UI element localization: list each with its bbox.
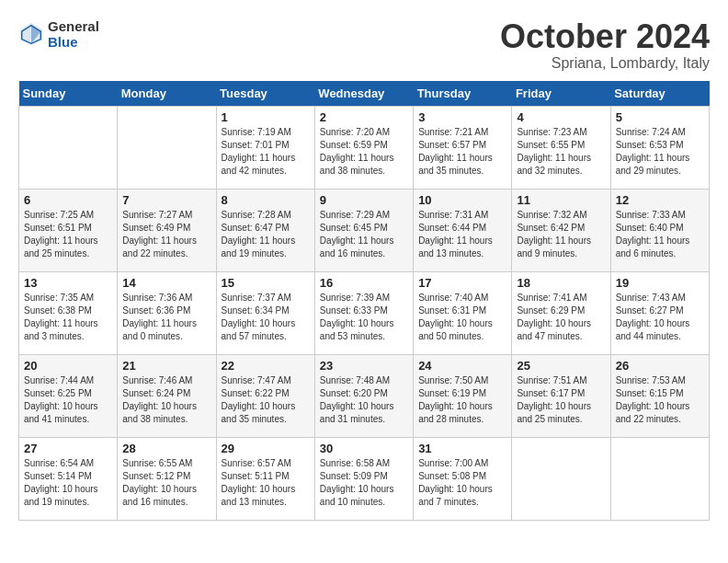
day-detail: Sunrise: 7:43 AM Sunset: 6:27 PM Dayligh… xyxy=(616,292,704,343)
day-detail: Sunrise: 7:47 AM Sunset: 6:22 PM Dayligh… xyxy=(222,374,310,426)
logo: General Blue xyxy=(18,18,99,50)
day-number: 31 xyxy=(418,442,506,455)
calendar-cell: 15Sunrise: 7:37 AM Sunset: 6:34 PM Dayli… xyxy=(216,271,314,354)
day-number: 20 xyxy=(24,359,112,373)
calendar-cell: 9Sunrise: 7:29 AM Sunset: 6:45 PM Daylig… xyxy=(314,189,413,271)
calendar-body: 1Sunrise: 7:19 AM Sunset: 7:01 PM Daylig… xyxy=(19,106,710,520)
day-detail: Sunrise: 7:46 AM Sunset: 6:24 PM Dayligh… xyxy=(122,374,210,426)
calendar-cell: 13Sunrise: 7:35 AM Sunset: 6:38 PM Dayli… xyxy=(19,271,118,354)
location-title: Spriana, Lombardy, Italy xyxy=(500,55,710,72)
day-number: 27 xyxy=(24,442,112,455)
day-detail: Sunrise: 7:19 AM Sunset: 7:01 PM Dayligh… xyxy=(222,126,310,178)
weekday-row: SundayMondayTuesdayWednesdayThursdayFrid… xyxy=(19,81,710,107)
day-number: 7 xyxy=(122,193,210,207)
calendar-cell: 23Sunrise: 7:48 AM Sunset: 6:20 PM Dayli… xyxy=(314,354,413,437)
day-number: 12 xyxy=(616,193,704,207)
weekday-header: Saturday xyxy=(610,81,709,107)
day-number: 2 xyxy=(320,110,408,124)
logo-text: General Blue xyxy=(48,18,99,50)
day-number: 28 xyxy=(122,442,210,455)
calendar-cell xyxy=(19,106,118,189)
title-block: October 2024 Spriana, Lombardy, Italy xyxy=(500,18,710,72)
day-detail: Sunrise: 6:58 AM Sunset: 5:09 PM Dayligh… xyxy=(320,457,408,509)
calendar-week-row: 1Sunrise: 7:19 AM Sunset: 7:01 PM Daylig… xyxy=(19,106,710,189)
day-detail: Sunrise: 7:41 AM Sunset: 6:29 PM Dayligh… xyxy=(517,292,605,343)
calendar-cell: 26Sunrise: 7:53 AM Sunset: 6:15 PM Dayli… xyxy=(610,354,709,437)
day-detail: Sunrise: 7:29 AM Sunset: 6:45 PM Dayligh… xyxy=(320,209,408,260)
day-number: 16 xyxy=(320,276,408,290)
calendar-cell: 10Sunrise: 7:31 AM Sunset: 6:44 PM Dayli… xyxy=(414,189,512,271)
day-detail: Sunrise: 7:24 AM Sunset: 6:53 PM Dayligh… xyxy=(616,126,704,178)
month-title: October 2024 xyxy=(500,18,710,55)
day-number: 26 xyxy=(616,359,704,373)
day-number: 23 xyxy=(320,359,408,373)
weekday-header: Monday xyxy=(118,81,216,107)
weekday-header: Thursday xyxy=(414,81,512,107)
weekday-header: Friday xyxy=(512,81,610,107)
day-number: 10 xyxy=(418,193,506,207)
day-number: 11 xyxy=(517,193,605,207)
day-detail: Sunrise: 7:39 AM Sunset: 6:33 PM Dayligh… xyxy=(320,292,408,343)
calendar-cell: 19Sunrise: 7:43 AM Sunset: 6:27 PM Dayli… xyxy=(610,271,709,354)
calendar-cell: 3Sunrise: 7:21 AM Sunset: 6:57 PM Daylig… xyxy=(414,106,512,189)
calendar-table: SundayMondayTuesdayWednesdayThursdayFrid… xyxy=(18,81,710,521)
calendar-cell xyxy=(610,437,709,520)
calendar-cell: 4Sunrise: 7:23 AM Sunset: 6:55 PM Daylig… xyxy=(512,106,610,189)
calendar-cell xyxy=(118,106,216,189)
calendar-week-row: 6Sunrise: 7:25 AM Sunset: 6:51 PM Daylig… xyxy=(19,189,710,271)
day-number: 17 xyxy=(418,276,506,290)
logo-icon xyxy=(18,21,44,47)
day-detail: Sunrise: 7:31 AM Sunset: 6:44 PM Dayligh… xyxy=(418,209,506,260)
day-number: 15 xyxy=(222,276,310,290)
day-detail: Sunrise: 7:53 AM Sunset: 6:15 PM Dayligh… xyxy=(616,374,704,426)
calendar-cell: 28Sunrise: 6:55 AM Sunset: 5:12 PM Dayli… xyxy=(118,437,216,520)
day-number: 21 xyxy=(122,359,210,373)
calendar-cell: 25Sunrise: 7:51 AM Sunset: 6:17 PM Dayli… xyxy=(512,354,610,437)
calendar-week-row: 13Sunrise: 7:35 AM Sunset: 6:38 PM Dayli… xyxy=(19,271,710,354)
day-number: 4 xyxy=(517,110,605,124)
day-detail: Sunrise: 7:37 AM Sunset: 6:34 PM Dayligh… xyxy=(222,292,310,343)
day-number: 24 xyxy=(418,359,506,373)
day-detail: Sunrise: 7:48 AM Sunset: 6:20 PM Dayligh… xyxy=(320,374,408,426)
day-detail: Sunrise: 7:21 AM Sunset: 6:57 PM Dayligh… xyxy=(418,126,506,178)
day-detail: Sunrise: 7:20 AM Sunset: 6:59 PM Dayligh… xyxy=(320,126,408,178)
weekday-header: Wednesday xyxy=(314,81,413,107)
day-number: 22 xyxy=(222,359,310,373)
day-number: 6 xyxy=(24,193,112,207)
calendar-cell: 8Sunrise: 7:28 AM Sunset: 6:47 PM Daylig… xyxy=(216,189,314,271)
day-number: 5 xyxy=(616,110,704,124)
calendar-cell: 29Sunrise: 6:57 AM Sunset: 5:11 PM Dayli… xyxy=(216,437,314,520)
calendar-cell: 7Sunrise: 7:27 AM Sunset: 6:49 PM Daylig… xyxy=(118,189,216,271)
day-number: 29 xyxy=(222,442,310,455)
calendar-cell: 21Sunrise: 7:46 AM Sunset: 6:24 PM Dayli… xyxy=(118,354,216,437)
day-detail: Sunrise: 6:54 AM Sunset: 5:14 PM Dayligh… xyxy=(24,457,112,509)
calendar-cell: 22Sunrise: 7:47 AM Sunset: 6:22 PM Dayli… xyxy=(216,354,314,437)
day-number: 25 xyxy=(517,359,605,373)
calendar-header: SundayMondayTuesdayWednesdayThursdayFrid… xyxy=(19,81,710,107)
calendar-cell: 18Sunrise: 7:41 AM Sunset: 6:29 PM Dayli… xyxy=(512,271,610,354)
day-number: 30 xyxy=(320,442,408,455)
calendar-cell: 5Sunrise: 7:24 AM Sunset: 6:53 PM Daylig… xyxy=(610,106,709,189)
day-detail: Sunrise: 6:55 AM Sunset: 5:12 PM Dayligh… xyxy=(122,457,210,509)
day-detail: Sunrise: 7:36 AM Sunset: 6:36 PM Dayligh… xyxy=(122,292,210,343)
day-detail: Sunrise: 7:23 AM Sunset: 6:55 PM Dayligh… xyxy=(517,126,605,178)
day-number: 8 xyxy=(222,193,310,207)
calendar-cell: 17Sunrise: 7:40 AM Sunset: 6:31 PM Dayli… xyxy=(414,271,512,354)
day-detail: Sunrise: 7:25 AM Sunset: 6:51 PM Dayligh… xyxy=(24,209,112,260)
day-detail: Sunrise: 7:28 AM Sunset: 6:47 PM Dayligh… xyxy=(222,209,310,260)
calendar-cell: 2Sunrise: 7:20 AM Sunset: 6:59 PM Daylig… xyxy=(314,106,413,189)
calendar-cell xyxy=(512,437,610,520)
calendar-cell: 30Sunrise: 6:58 AM Sunset: 5:09 PM Dayli… xyxy=(314,437,413,520)
page-header: General Blue October 2024 Spriana, Lomba… xyxy=(18,18,710,72)
weekday-header: Tuesday xyxy=(216,81,314,107)
day-number: 13 xyxy=(24,276,112,290)
day-detail: Sunrise: 7:44 AM Sunset: 6:25 PM Dayligh… xyxy=(24,374,112,426)
calendar-cell: 14Sunrise: 7:36 AM Sunset: 6:36 PM Dayli… xyxy=(118,271,216,354)
weekday-header: Sunday xyxy=(19,81,118,107)
calendar-week-row: 20Sunrise: 7:44 AM Sunset: 6:25 PM Dayli… xyxy=(19,354,710,437)
calendar-cell: 6Sunrise: 7:25 AM Sunset: 6:51 PM Daylig… xyxy=(19,189,118,271)
day-number: 3 xyxy=(418,110,506,124)
day-detail: Sunrise: 6:57 AM Sunset: 5:11 PM Dayligh… xyxy=(222,457,310,509)
day-number: 18 xyxy=(517,276,605,290)
calendar-week-row: 27Sunrise: 6:54 AM Sunset: 5:14 PM Dayli… xyxy=(19,437,710,520)
